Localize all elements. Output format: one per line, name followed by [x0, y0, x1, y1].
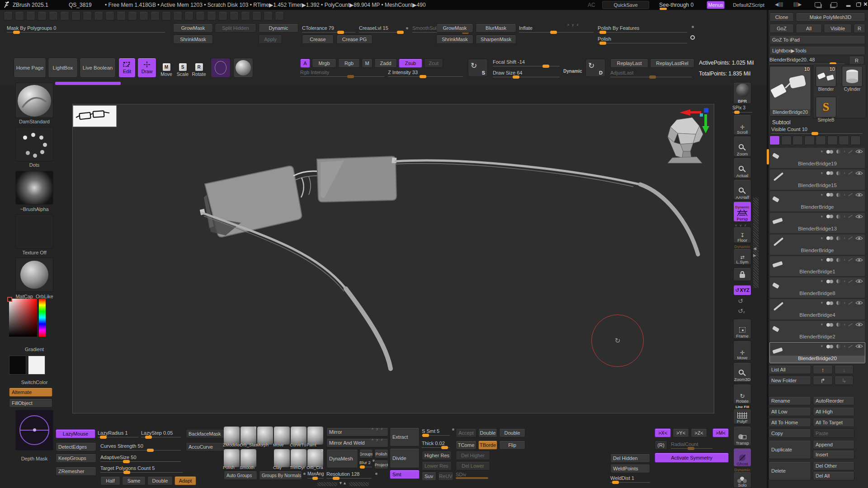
tray-collapse-right-icon[interactable]: ||||▶ [793, 2, 802, 7]
union-toggle-icon[interactable]: ◑ [843, 150, 845, 154]
focal-shift-slider[interactable]: Focal Shift -14 [493, 59, 560, 67]
resolution-slider[interactable]: Resolution 128 [326, 471, 372, 479]
variant-tab[interactable] [793, 136, 803, 145]
zremesher-button[interactable]: ZRemesher [56, 467, 96, 476]
menu-item[interactable] [275, 11, 284, 20]
activate-symmetry-button[interactable]: Activate Symmetry [655, 453, 729, 463]
difference-toggle-icon[interactable] [836, 215, 840, 219]
menu-item[interactable] [60, 11, 69, 20]
adjust-last-slider[interactable]: AdjustLast [610, 70, 692, 78]
lazyradius-slider[interactable]: LazyRadius 1 [98, 430, 138, 438]
paint-toggle-icon[interactable] [848, 236, 852, 239]
duplicate-button[interactable]: Duplicate [769, 440, 811, 459]
brush-tile[interactable]: TrimDyr [291, 449, 307, 470]
union-toggle-icon[interactable]: ◑ [843, 193, 845, 197]
subtool-row[interactable]: ▼ ◑ BlenderBridge4 [769, 299, 865, 320]
lightbox-tools-button[interactable]: Lightbox▶Tools [769, 46, 865, 55]
polypaint-toggle-icon[interactable] [826, 150, 834, 154]
append-button[interactable]: Append [813, 440, 854, 449]
solo-button[interactable]: Solo [733, 472, 751, 488]
brush-tile[interactable]: Clay [274, 449, 290, 470]
tool-slot[interactable]: Cylinder [840, 66, 864, 96]
variant-tab[interactable] [827, 136, 838, 145]
draw-size-dynamic-label[interactable]: Dynamic [563, 69, 582, 74]
tool-name-slider[interactable]: BlenderBridge20. 48 [769, 57, 844, 65]
dynamic-size-button[interactable]: ↻D [585, 59, 605, 77]
reorder-arrow-icon[interactable]: ▼ [820, 193, 824, 197]
creaselvl-slider[interactable]: CreaseLvl 15 [359, 25, 402, 33]
subtool-row[interactable]: ▼ ◑ BlenderBridge2 [769, 320, 865, 342]
weldpoints-button[interactable]: WeldPoints [610, 464, 650, 473]
move-view-button[interactable]: ✛Move [733, 341, 751, 361]
see-through-knob[interactable] [660, 8, 667, 10]
alternate-button[interactable]: Alternate [9, 388, 52, 397]
polish-mode-ring[interactable] [690, 35, 695, 40]
union-toggle-icon[interactable]: ◑ [843, 301, 845, 305]
brush-tile[interactable]: Smooth [241, 449, 256, 470]
menu-item[interactable] [26, 11, 35, 20]
inflate-slider[interactable]: Inflate [519, 25, 594, 33]
curves-strength-slider[interactable]: Curves Strength 50 [100, 443, 181, 451]
subtool-row[interactable]: ▼ ◑ BlenderBridge1 [769, 256, 865, 277]
visibility-eye-icon[interactable] [855, 236, 863, 241]
paint-toggle-icon[interactable] [848, 345, 852, 348]
difference-toggle-icon[interactable] [836, 236, 840, 240]
all-low-button[interactable]: All Low [769, 407, 811, 416]
split-hidden-button[interactable]: Split Hidden [215, 23, 256, 33]
sym-x-button[interactable]: >X< [655, 428, 671, 437]
cascade-left-icon[interactable] [815, 2, 821, 7]
sym-z-button[interactable]: >Z< [691, 428, 707, 437]
menu-item[interactable] [252, 11, 261, 20]
alpha-channel-button[interactable]: A [300, 59, 310, 68]
all-high-button[interactable]: All High [813, 407, 854, 416]
copy-button[interactable]: Copy [769, 429, 811, 438]
menu-item[interactable] [83, 11, 92, 20]
variant-tab[interactable] [816, 136, 826, 145]
thick-slider[interactable]: Thick 0.02 [422, 441, 450, 448]
menu-item[interactable] [218, 11, 227, 20]
mrgb-button[interactable]: Mrgb [312, 59, 336, 68]
polypaint-toggle-icon[interactable] [826, 345, 834, 348]
paint-toggle-icon[interactable] [848, 280, 852, 283]
see-through-slider[interactable]: See-through 0 [659, 2, 693, 8]
variant-tab[interactable] [804, 136, 815, 145]
paste-button[interactable]: Paste [813, 429, 854, 438]
brush-tile[interactable]: ZModeler [224, 427, 240, 447]
dynamesh-groups-button[interactable]: Groups [359, 449, 373, 458]
replay-last-button[interactable]: ReplayLast [610, 59, 648, 68]
divider-collapse-icon[interactable]: ▼▲ [339, 481, 347, 485]
rotate-z-icon[interactable]: ↺z [738, 307, 745, 314]
paint-toggle-icon[interactable] [848, 193, 852, 197]
menu-item[interactable] [15, 11, 24, 20]
brush-tile[interactable]: CurveTu [291, 427, 307, 447]
difference-toggle-icon[interactable] [836, 150, 840, 154]
subtool-down-button[interactable]: ↓ [835, 365, 854, 374]
polypaint-toggle-icon[interactable] [826, 193, 834, 197]
cascade-right-icon[interactable] [831, 2, 837, 7]
flip-button[interactable]: Flip [499, 441, 525, 450]
subtool-row[interactable]: ▼ ◑ BlenderBridge20 [769, 342, 865, 363]
dynamesh-polish-button[interactable]: Polish [374, 449, 388, 458]
adaptivesize-slider[interactable]: AdaptiveSize 50 [100, 455, 181, 462]
apply-button[interactable]: Apply [259, 35, 282, 44]
tray-collapse-left-icon[interactable]: ◀|||| [775, 2, 783, 7]
crease-button[interactable]: Crease [302, 35, 334, 44]
brush-tile[interactable]: ?Orb_Slas [241, 427, 256, 447]
menu-item[interactable] [207, 11, 216, 20]
polyframe-button[interactable]: PolyF [733, 409, 751, 424]
z-intensity-slider[interactable]: Z Intensity 33 [388, 70, 463, 77]
auto-groups-button[interactable]: Auto Groups [224, 471, 257, 480]
union-toggle-icon[interactable]: ◑ [843, 171, 845, 175]
menu-item[interactable] [105, 11, 114, 20]
rgb-button[interactable]: Rgb [338, 59, 360, 68]
menu-item[interactable] [128, 11, 137, 20]
polypaint-toggle-icon[interactable] [826, 301, 834, 305]
higher-res-button[interactable]: Higher Res [422, 451, 452, 460]
polypaint-toggle-icon[interactable] [826, 323, 834, 327]
paint-toggle-icon[interactable] [848, 258, 852, 261]
live-boolean-button[interactable]: Live Boolean [80, 58, 116, 78]
subtool-up-button[interactable]: ↑ [813, 365, 833, 374]
reorder-arrow-icon[interactable]: ▼ [820, 258, 824, 262]
growmask-button-2[interactable]: GrowMask [436, 23, 473, 33]
current-alpha-thumbnail[interactable] [15, 171, 53, 205]
